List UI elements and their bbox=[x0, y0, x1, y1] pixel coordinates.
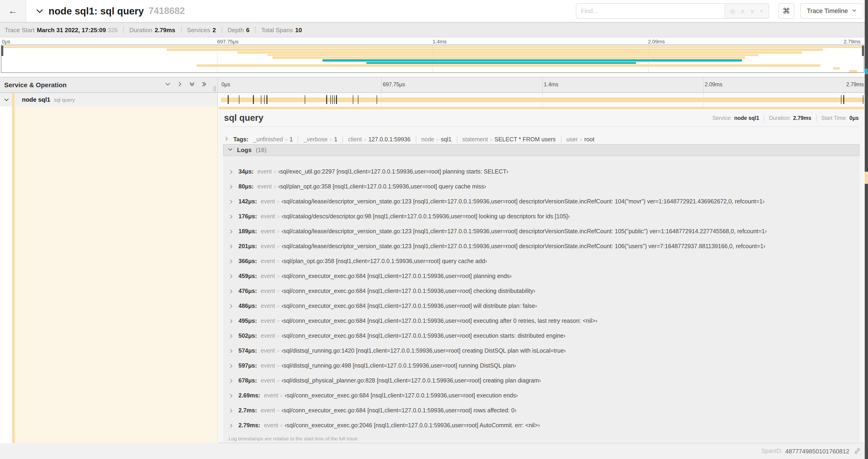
log-entry-row[interactable]: 2.7ms:event=‹sql/conn_executor_exec.go:6… bbox=[223, 403, 860, 418]
log-event-mark bbox=[267, 95, 267, 104]
log-field-key: event bbox=[260, 243, 275, 250]
span-operation-name: sql query bbox=[54, 97, 75, 102]
collapse-trace-chevron-icon[interactable] bbox=[35, 7, 44, 15]
logs-header[interactable]: Logs (18) bbox=[223, 144, 860, 156]
divider bbox=[343, 136, 343, 143]
log-entry-row[interactable]: 597μs:event=‹sql/distsql_running.go:498 … bbox=[223, 358, 860, 373]
log-entry-row[interactable]: 495μs:event=‹sql/conn_executor_exec.go:6… bbox=[223, 314, 860, 328]
minimap-span-bar bbox=[196, 65, 820, 67]
tags-accordion[interactable]: Tags: _unfinished=1_verbose=1client=127.… bbox=[224, 133, 859, 145]
expand-all-icon[interactable] bbox=[201, 81, 207, 89]
ruler-tick-label: 2.09ms bbox=[705, 81, 722, 87]
expand-chevron-icon[interactable] bbox=[229, 303, 234, 308]
find-input[interactable] bbox=[576, 4, 724, 18]
collapse-one-icon[interactable] bbox=[165, 81, 171, 89]
log-entry-row[interactable]: 176μs:event=‹sql/catalog/descs/descripto… bbox=[223, 209, 860, 224]
span-detail-row: sql query Service: node sql1 Duration: 2… bbox=[0, 106, 868, 443]
log-event-mark bbox=[336, 95, 337, 104]
deep-link-icon[interactable] bbox=[854, 448, 861, 454]
divider bbox=[561, 136, 561, 143]
service-color-bar bbox=[12, 93, 14, 106]
log-field-value: ‹sql/conn_executor_exec.go:684 [nsql1,cl… bbox=[281, 333, 565, 339]
log-event-mark bbox=[253, 95, 254, 104]
service-color-bar bbox=[12, 106, 14, 443]
minimap-tick-labels: 0μs697.75μs1.4ms2.09ms2.79ms bbox=[1, 39, 864, 44]
log-field-key: event bbox=[260, 303, 275, 309]
span-row-timeline-cell[interactable] bbox=[218, 93, 868, 106]
timeline-ruler: 0μs697.75μs1.4ms2.09ms2.79ms bbox=[218, 77, 868, 92]
log-entry-row[interactable]: 366μs:event=‹sql/plan_opt.go:358 [nsql1,… bbox=[223, 254, 860, 269]
expand-chevron-icon[interactable] bbox=[229, 318, 234, 324]
minimap-right-drag-handle[interactable] bbox=[862, 46, 864, 56]
expand-chevron-icon[interactable] bbox=[229, 184, 234, 189]
log-event-mark bbox=[332, 95, 333, 104]
log-entry-row[interactable]: 502μs:event=‹sql/conn_executor_exec.go:6… bbox=[223, 328, 860, 343]
log-entry-row[interactable]: 486μs:event=‹sql/conn_executor_exec.go:6… bbox=[223, 299, 860, 314]
expand-chevron-icon[interactable] bbox=[229, 348, 234, 353]
expand-chevron-icon[interactable] bbox=[229, 199, 234, 204]
log-entry-row[interactable]: 459μs:event=‹sql/conn_executor_exec.go:6… bbox=[223, 269, 860, 284]
jaeger-trace-timeline-page: ← node sql1: sql query 7418682 ◎ ∧ ∨ × ⌘… bbox=[0, 0, 868, 459]
expand-chevron-icon[interactable] bbox=[229, 423, 234, 428]
expand-chevron-icon[interactable] bbox=[229, 273, 234, 279]
span-row-name-cell[interactable]: node sql1 sql query bbox=[0, 93, 218, 106]
back-button[interactable]: ← bbox=[0, 0, 26, 22]
depth-value: 6 bbox=[246, 26, 249, 33]
log-field-key: event bbox=[264, 422, 278, 429]
expand-chevron-icon[interactable] bbox=[229, 393, 234, 398]
log-field-key: event bbox=[257, 168, 272, 175]
log-entry-row[interactable]: 142μs:event=‹sql/catalog/lease/descripto… bbox=[223, 194, 860, 209]
tags-label: Tags: bbox=[233, 136, 248, 143]
log-entry-row[interactable]: 189μs:event=‹sql/catalog/lease/descripto… bbox=[223, 224, 860, 239]
expand-chevron-icon[interactable] bbox=[229, 363, 234, 368]
log-entry-row[interactable]: 2.79ms:event=‹sql/conn_executor_exec.go:… bbox=[223, 418, 860, 433]
log-field-key: event bbox=[264, 392, 278, 399]
log-entry-row[interactable]: 2.69ms:event=‹sql/conn_executor_exec.go:… bbox=[223, 388, 860, 403]
expand-chevron-icon[interactable] bbox=[229, 259, 234, 264]
expand-one-icon[interactable] bbox=[177, 81, 183, 89]
next-result-icon[interactable]: ∨ bbox=[750, 8, 754, 14]
log-timestamp: 678μs: bbox=[239, 378, 257, 384]
log-entry-row[interactable]: 574μs:event=‹sql/distsql_running.go:1420… bbox=[223, 343, 860, 358]
column-resizer-handle[interactable] bbox=[214, 86, 216, 91]
span-row[interactable]: node sql1 sql query bbox=[0, 93, 868, 106]
expand-chevron-icon[interactable] bbox=[229, 408, 234, 413]
span-collapse-chevron-icon[interactable] bbox=[4, 97, 9, 102]
equals-sign: = bbox=[277, 229, 280, 234]
minimap-span-bar bbox=[849, 70, 857, 72]
depth-label: Depth bbox=[227, 26, 244, 33]
equals-sign: = bbox=[277, 199, 280, 204]
service-label: Service: bbox=[712, 115, 732, 121]
tag-value: 127.0.0.1:59936 bbox=[368, 136, 411, 143]
previous-result-icon[interactable]: ∧ bbox=[741, 8, 745, 14]
chevron-down-icon bbox=[852, 7, 857, 14]
log-entry-row[interactable]: 476μs:event=‹sql/conn_executor_exec.go:6… bbox=[223, 284, 860, 299]
locate-icon[interactable]: ◎ bbox=[730, 8, 735, 14]
expand-chevron-icon[interactable] bbox=[229, 169, 234, 174]
log-field-value: ‹sql/conn_executor_exec.go:684 [nsql1,cl… bbox=[281, 407, 516, 414]
clear-search-icon[interactable]: × bbox=[760, 8, 763, 14]
expand-chevron-icon[interactable] bbox=[229, 333, 234, 338]
timeline-header-row: Service & Operation 0μs697.75μs1.4ms2.09… bbox=[0, 77, 868, 93]
minimap-canvas[interactable] bbox=[1, 45, 864, 73]
start-time-value: 0μs bbox=[849, 115, 859, 121]
ruler-tick-label: 2.79ms bbox=[846, 81, 864, 87]
trace-start-label: Trace Start bbox=[5, 26, 34, 33]
expand-chevron-icon[interactable] bbox=[229, 244, 234, 249]
expand-chevron-icon[interactable] bbox=[229, 378, 234, 383]
keyboard-shortcuts-button[interactable]: ⌘ bbox=[778, 3, 794, 19]
log-entry-row[interactable]: 201μs:event=‹sql/catalog/lease/descripto… bbox=[223, 239, 860, 254]
collapse-all-icon[interactable] bbox=[189, 81, 195, 89]
expand-chevron-icon[interactable] bbox=[229, 289, 234, 294]
trace-view-selector[interactable]: Trace Timeline bbox=[800, 3, 863, 19]
log-field-key: event bbox=[260, 288, 275, 294]
edge-mark-teal bbox=[865, 69, 868, 74]
log-entry-row[interactable]: 80μs:event=‹sql/plan_opt.go:358 [nsql1,c… bbox=[223, 179, 860, 194]
expand-chevron-icon[interactable] bbox=[229, 229, 234, 234]
minimap-left-drag-handle[interactable] bbox=[1, 46, 3, 56]
log-entry-row[interactable]: 678μs:event=‹sql/distsql_physical_planne… bbox=[223, 373, 860, 388]
log-timestamp: 495μs: bbox=[239, 318, 257, 324]
span-duration-bar[interactable] bbox=[220, 97, 864, 102]
expand-chevron-icon[interactable] bbox=[229, 214, 234, 219]
log-entry-row[interactable]: 34μs:event=‹sql/exec_util.go:2297 [nsql1… bbox=[223, 164, 860, 179]
